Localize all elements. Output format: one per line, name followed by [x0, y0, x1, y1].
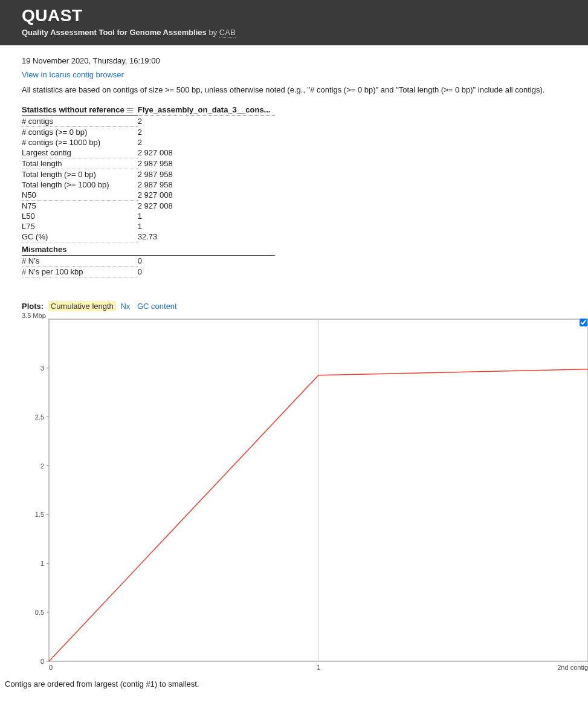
metric-value: 2 987 958	[138, 158, 276, 169]
metric-label: Total length (>= 0 bp)	[22, 169, 138, 180]
metric-value: 2 987 958	[138, 180, 276, 190]
metric-value: 2 987 958	[138, 169, 276, 180]
svg-text:0: 0	[49, 664, 53, 671]
assembly-col-header[interactable]: Flye_assembly_on_data_3__cons...	[138, 103, 276, 116]
metric-value: 2	[138, 127, 276, 138]
metric-label: # contigs (>= 1000 bp)	[22, 137, 138, 147]
chart-y-unit: 3.5 Mbp	[22, 312, 46, 319]
metric-value: 2 927 008	[138, 190, 276, 201]
metric-label: Total length (>= 1000 bp)	[22, 180, 138, 190]
metric-label: # N's per 100 kbp	[22, 267, 138, 277]
metric-value: 1	[138, 221, 276, 232]
plot-tab-nx[interactable]: Nx	[118, 301, 132, 311]
metric-label: N75	[22, 201, 138, 212]
metric-value: 0	[138, 256, 276, 267]
report-timestamp: 19 November 2020, Thursday, 16:19:00	[22, 56, 588, 65]
metric-value: 32.73	[138, 232, 276, 242]
metric-value: 2 927 008	[138, 201, 276, 212]
extend-report-icon[interactable]	[127, 108, 133, 113]
section-header-stats: Statistics without reference	[22, 103, 138, 116]
metric-label: N50	[22, 190, 138, 201]
metric-label: # N's	[22, 256, 138, 267]
svg-text:1: 1	[317, 664, 320, 671]
svg-text:2.5: 2.5	[35, 413, 44, 421]
plot-tab-cumulative-length[interactable]: Cumulative length	[48, 301, 116, 311]
svg-text:1: 1	[40, 560, 44, 567]
svg-text:2: 2	[40, 462, 44, 470]
plots-label: Plots:	[22, 302, 46, 311]
svg-text:1.5: 1.5	[35, 511, 44, 518]
metric-label: L50	[22, 211, 138, 221]
icarus-link[interactable]: View in Icarus contig browser	[22, 70, 124, 79]
stats-table: Statistics without reference Flye_assemb…	[22, 103, 275, 277]
app-header: QUAST Quality Assessment Tool for Genome…	[0, 0, 588, 45]
metric-label: # contigs (>= 0 bp)	[22, 127, 138, 138]
svg-text:3: 3	[40, 364, 44, 372]
cumulative-length-chart: 00.511.522.53012nd contig	[22, 313, 588, 673]
app-subtitle: Quality Assessment Tool for Genome Assem…	[22, 28, 566, 37]
metric-value: 1	[138, 211, 276, 221]
metric-value: 2	[138, 137, 276, 147]
metric-label: GC (%)	[22, 232, 138, 242]
cab-link[interactable]: CAB	[219, 28, 236, 37]
metric-value: 2	[138, 116, 276, 127]
svg-text:0: 0	[40, 658, 44, 665]
series-toggle-checkbox[interactable]	[580, 319, 587, 326]
metric-value: 2 927 008	[138, 147, 276, 158]
metric-label: Total length	[22, 158, 138, 169]
metric-label: # contigs	[22, 116, 138, 127]
svg-text:2nd contig: 2nd contig	[557, 664, 588, 671]
metric-label: Largest contig	[22, 147, 138, 158]
svg-text:0.5: 0.5	[35, 609, 44, 616]
metric-label: L75	[22, 221, 138, 232]
app-title: QUAST	[22, 6, 566, 25]
metric-value: 0	[138, 267, 276, 277]
section-header-mismatches: Mismatches	[22, 242, 138, 256]
plot-tab-gc-content[interactable]: GC content	[135, 301, 179, 311]
chart-caption: Contigs are ordered from largest (contig…	[5, 679, 588, 688]
stats-note: All statistics are based on contigs of s…	[22, 85, 588, 94]
plots-tabs: Plots: Cumulative length Nx GC content	[22, 302, 588, 311]
